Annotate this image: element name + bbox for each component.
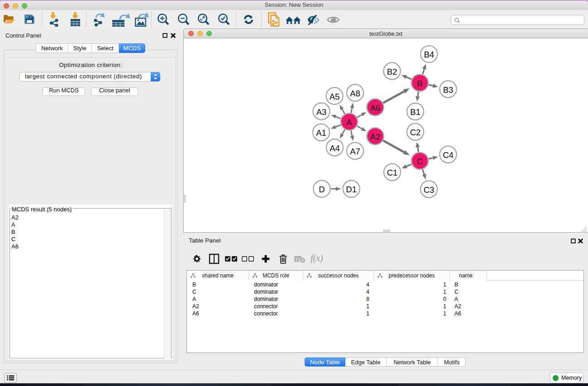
svg-text:B: B xyxy=(417,79,422,88)
svg-text:C3: C3 xyxy=(424,185,435,195)
svg-text:A5: A5 xyxy=(330,92,340,101)
svg-text:A4: A4 xyxy=(330,143,340,153)
svg-text:D: D xyxy=(319,185,325,194)
svg-text:A7: A7 xyxy=(350,147,360,156)
svg-text:C2: C2 xyxy=(410,128,421,137)
svg-text:A: A xyxy=(346,118,352,127)
svg-text:A3: A3 xyxy=(316,107,327,117)
svg-text:D1: D1 xyxy=(346,185,357,194)
svg-text:A2: A2 xyxy=(370,132,381,142)
svg-text:C1: C1 xyxy=(387,168,398,177)
svg-text:B1: B1 xyxy=(410,107,421,117)
svg-text:A6: A6 xyxy=(370,103,381,113)
svg-text:C: C xyxy=(417,157,423,166)
svg-text:B2: B2 xyxy=(387,67,397,76)
svg-text:A1: A1 xyxy=(316,128,326,138)
svg-text:C4: C4 xyxy=(443,150,454,160)
svg-text:A8: A8 xyxy=(350,89,360,98)
svg-text:B4: B4 xyxy=(424,50,434,59)
svg-text:B3: B3 xyxy=(443,85,454,95)
